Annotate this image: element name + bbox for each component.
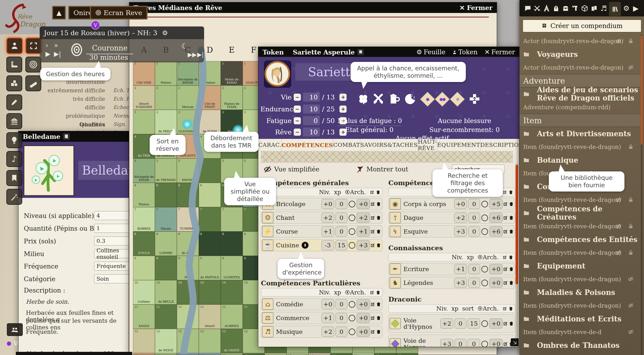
stat-minus-button[interactable]: − [294,94,301,101]
roll-healcross-button[interactable] [468,93,481,105]
field-input-3[interactable]: Collines ensoleil [94,249,129,258]
niv-input[interactable]: +2 [440,318,453,329]
delete-action[interactable] [509,229,514,234]
montrer-tout-toggle[interactable]: Montrer tout [366,166,408,173]
advance-medium-icon[interactable]: » [54,41,58,49]
sidebar-tab-chat[interactable] [523,4,532,13]
tool-dice-button[interactable] [6,75,22,91]
xp-input[interactable]: 0 [335,327,347,337]
delete-action[interactable] [376,243,381,248]
xp-input[interactable]: 0 [335,199,347,209]
niv-input[interactable]: +2 [321,213,334,223]
tool-expand-button[interactable] [25,38,42,54]
field-input-1[interactable]: 1 [94,224,129,233]
skill-row-course[interactable]: ⚡Course+10+1 [261,225,383,238]
niv-input[interactable]: +1 [321,226,334,236]
tab-équipement[interactable]: ÉQUIPEMENT [437,139,480,151]
edit-action[interactable] [503,201,508,207]
delete-action[interactable] [509,201,514,207]
sheet-titlebar[interactable]: Token Sariette Asperule ⚙Feuille Token ✕… [258,47,519,57]
sort-input[interactable]: 15 [468,318,480,329]
niv-input[interactable]: +2 [454,213,467,223]
xp-input[interactable]: 0 [468,278,480,288]
tool-music-button[interactable]: ♪ [6,151,22,167]
delete-action[interactable] [376,215,381,220]
tab-carac.[interactable]: CARAC. [258,139,282,151]
sidebar-tab-actors[interactable] [552,4,561,13]
field-input-0[interactable]: 4 [94,211,129,220]
tab-savoirs&taches[interactable]: SAVOIRS&TACHES [360,139,418,151]
wound-diamond2[interactable]: ●● [435,92,450,107]
sidebar-tab-combat[interactable] [533,4,542,13]
nav-collapse-button[interactable]: ▲ [52,6,66,20]
sidebar-folder-17[interactable]: Equipement [519,259,641,272]
field-input-4[interactable]: Fréquente [94,262,129,271]
edit-action[interactable] [503,321,508,326]
edit-action[interactable] [503,266,508,272]
delete-action[interactable] [376,302,381,307]
stat-minus-button[interactable]: − [294,106,301,113]
field-input-2[interactable]: 0.3 [94,236,129,245]
stat-plus-button[interactable]: + [339,94,347,101]
tool-ruler-diagonal-button[interactable] [25,75,41,91]
tab-haut-rêve[interactable]: HAUT-RÊVE [418,139,437,151]
niv-input[interactable]: +1 [321,313,334,323]
tool-target-button[interactable] [25,57,41,72]
skip-icon[interactable]: ▶| [54,50,61,58]
roll-circle[interactable] [349,201,355,207]
night-icon[interactable]: ☾ [181,42,188,51]
niv-input[interactable]: +3 [440,339,453,347]
create-compendium-button[interactable]: Créer un compendium [523,20,641,32]
skill-row-corps-à-corps[interactable]: ◉Corps à corps+00+5 [388,198,515,210]
sidebar-folder-23[interactable]: Ombres de Thanatos [519,339,641,352]
roll-circle[interactable] [349,301,355,308]
skill-row-bricolage[interactable]: ⚒Bricolage+00+0 [261,198,383,210]
sidebar-section-6[interactable]: Item [519,114,641,127]
fast-forward-icon[interactable]: ▶▶ [188,51,197,58]
player-list-item[interactable]: V [7,340,18,347]
sidebar-tab-tables[interactable] [580,4,589,13]
belledame-name[interactable]: Belledame [78,163,129,178]
players-icon[interactable] [7,323,23,336]
filter-icon[interactable] [356,166,364,173]
belledame-image[interactable] [24,145,74,196]
vue-simplifiee-toggle[interactable]: Vue simplifiée [274,166,319,173]
tool-lightbulb-button[interactable] [6,132,22,148]
sheet-token-button[interactable]: Token [452,48,478,56]
roll-circle[interactable] [481,266,488,272]
xp-input[interactable]: 0 [335,213,347,223]
niv-input[interactable]: +1 [454,264,467,274]
xp-input[interactable]: 0 [454,339,466,347]
xp-input[interactable]: 0 [468,264,480,274]
delete-action[interactable] [509,215,514,220]
edit-action[interactable] [370,215,375,220]
calendar-settings-icon[interactable]: ⚙ [162,29,168,37]
roll-circle[interactable] [349,228,355,235]
sidebar-tab-settings[interactable]: ⚙ [622,4,631,13]
tool-wand-button[interactable] [6,189,22,205]
sidebar-tab-collapse[interactable]: ▶ [631,4,640,13]
tab-description[interactable]: DESCRIPTION [480,139,519,151]
sidebar-tab-scenes[interactable] [542,4,551,13]
skill-row-ecriture[interactable]: ✒Ecriture+10+0 [388,263,515,275]
roll-circle[interactable] [481,280,488,286]
wound-diamond3[interactable]: ⊘ [450,92,465,107]
skill-row-esquive[interactable]: ↯Esquive+30+6 [388,225,515,238]
niv-input[interactable]: +2 [321,327,334,337]
sidebar-section-3[interactable]: Adventure [519,74,641,87]
roll-circle[interactable] [349,242,355,249]
roll-circle[interactable] [481,341,488,347]
niv-input[interactable]: -3 [321,240,334,250]
edit-action[interactable] [503,341,508,347]
edit-action[interactable] [370,315,375,321]
skill-row-comédie[interactable]: ⌂Comédie+00+0 [261,298,383,310]
niv-input[interactable]: +0 [454,199,467,209]
sidebar-tab-items[interactable] [561,4,570,13]
sidebar-folder-9[interactable]: Botanique [519,153,641,167]
tool-pencil-button[interactable] [6,94,22,110]
stat-minus-button[interactable]: − [294,129,301,136]
roll-clover-button[interactable] [357,93,369,105]
skill-row-chant[interactable]: ☺Chant+20+2 [261,212,383,224]
edit-action[interactable] [370,201,375,207]
roll-moon-button[interactable]: zz [404,93,416,105]
